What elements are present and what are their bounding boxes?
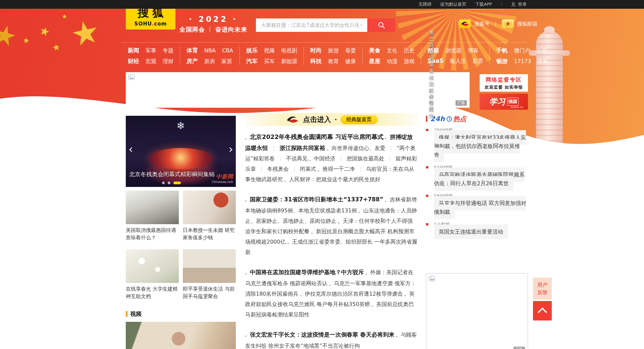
hotspot-item-title[interactable]: 马克龙与拜登通电话 双方同意加强对俄制裁: [434, 196, 526, 219]
nav-item[interactable]: NBA: [204, 47, 216, 54]
nav-item[interactable]: 动漫: [387, 58, 397, 65]
nav-item[interactable]: 新闻: [128, 47, 139, 54]
sidebar-ad-box[interactable]: 广告: [426, 273, 528, 349]
carousel[interactable]: ❄ 北京冬残奥会闭幕式精彩瞬间集锦 中新网 Chinanews.com ‹ ›: [126, 116, 236, 187]
entry-dot: ·: [334, 115, 337, 123]
nav-item[interactable]: 新房: [204, 58, 215, 65]
nav-item[interactable]: 母婴: [345, 47, 356, 54]
sohu-account-link[interactable]: 搜狐号: [459, 19, 489, 28]
news-lead[interactable]: 国家卫健委：31省区市昨日新增本土“1337+788”: [245, 196, 383, 203]
carousel-next-button[interactable]: ›: [226, 143, 235, 155]
story-card-image-winter-troops: [126, 191, 179, 224]
news-line[interactable]: 人民财评：把就业这个最大的民生抓好: [284, 176, 380, 183]
carousel-dots: [126, 182, 217, 184]
fox-icon: [459, 19, 471, 28]
user-feedback-button[interactable]: 用户 反馈: [533, 278, 552, 300]
video-thumbnail[interactable]: [126, 322, 236, 349]
two-sessions-slogan[interactable]: · 2022 · 全国两会丨奋进向未来: [173, 15, 254, 34]
hotspot-hot-label: 热点: [453, 114, 467, 123]
hotspot-item-title[interactable]: 英国女王连续退出重要活动: [434, 225, 508, 239]
nav-item[interactable]: 军事: [146, 47, 156, 54]
carousel-dot[interactable]: [162, 182, 165, 184]
nav-item[interactable]: 娱乐: [246, 47, 258, 54]
carousel-dot-active[interactable]: [173, 182, 181, 184]
ad-label: 广告: [514, 347, 525, 349]
nav-item[interactable]: 教育: [328, 58, 339, 65]
xuexi-qiangguo-banner[interactable]: 学习 强国 xuexi.cn: [480, 94, 528, 110]
nav-item[interactable]: 彩票: [472, 58, 483, 65]
nav-item[interactable]: 视频: [264, 47, 275, 54]
nav-item[interactable]: 微门户: [514, 47, 530, 54]
nav-item[interactable]: 家居: [221, 58, 232, 65]
entry-text: 点击进入: [303, 115, 331, 124]
search-button[interactable]: [367, 18, 395, 32]
broken-image-icon: [429, 276, 435, 281]
carousel-dot[interactable]: [168, 182, 170, 184]
nav-item[interactable]: 健康: [345, 58, 356, 65]
nav-item[interactable]: 电视剧: [281, 47, 297, 54]
search-icon: [377, 21, 385, 29]
nav-item[interactable]: 新能源: [281, 58, 297, 65]
story-card-image-professor: [183, 191, 236, 224]
nav-item[interactable]: 宏观: [146, 58, 156, 65]
nav-item[interactable]: 17173: [514, 58, 531, 64]
nav-item[interactable]: 历史: [404, 47, 415, 54]
nav-item[interactable]: 买车: [264, 58, 275, 65]
login-link[interactable]: 登录: [511, 1, 527, 7]
classic-homepage-entry[interactable]: 点击进入 · 经典版首页: [245, 113, 417, 126]
nav-item[interactable]: 星座: [369, 57, 380, 65]
sohu-mail-link[interactable]: 搜狐邮箱: [502, 19, 537, 28]
story-card[interactable]: 郎平享受退休生活 与前国手马蕴雯聚会: [183, 249, 236, 300]
feedback-label: 用户: [533, 281, 552, 289]
set-default-homepage-link[interactable]: 设为默认首页: [440, 1, 466, 7]
nav-item[interactable]: 政务: [537, 58, 548, 65]
nav-item[interactable]: 专题: [163, 47, 173, 54]
back-to-top-button[interactable]: [533, 301, 552, 320]
nav-item[interactable]: 房产: [186, 57, 198, 65]
video-section-title[interactable]: 视频: [130, 310, 142, 318]
header-links-divider: |: [495, 21, 496, 27]
nav-item[interactable]: 汽车: [246, 57, 258, 65]
download-app-link[interactable]: 下载APP: [475, 1, 492, 7]
classic-homepage-button[interactable]: 经典版首页: [340, 115, 378, 124]
news-lead[interactable]: 张文宏发千字长文：这波疫情是一次倒春寒 春天必将到来: [245, 331, 394, 338]
nav-item[interactable]: 畅游: [496, 57, 507, 65]
news-group: 国家卫健委：31省区市昨日新增本土“1337+788” 吉林省新增本地确诊病例8…: [245, 193, 417, 257]
nav-item[interactable]: 输入法: [450, 58, 466, 65]
hotspot-item-title[interactable]: 乌高官称泽连斯基去基辅医院视频系伪造：同行人早在2月26日离世: [434, 167, 525, 191]
search-input[interactable]: [256, 18, 367, 32]
carousel-prev-button[interactable]: ‹: [126, 143, 135, 155]
nav-item[interactable]: 财经: [128, 57, 139, 65]
nav-item[interactable]: 时尚: [310, 47, 322, 54]
hotspot-column: 24h 热点 3小时前 奥巴马新冠病毒检测结果呈阳性 29分钟前 俄媒：澳大利亚…: [426, 115, 529, 236]
carousel-caption[interactable]: 北京冬残奥会闭幕式精彩瞬间集锦: [129, 170, 215, 178]
nav-item[interactable]: 美食: [369, 47, 380, 54]
story-card-image-family: [183, 249, 236, 283]
story-card[interactable]: 美国取消俄最惠国待遇意味着什么？: [126, 191, 179, 241]
nav-item[interactable]: 理财: [163, 58, 173, 65]
nav-item[interactable]: 博客: [468, 47, 479, 54]
hotspot-item-title[interactable]: 俄媒：澳大利亚宣布对33名俄商人实施制裁，包括切尔西老板阿布拉莫维奇: [434, 130, 526, 162]
nav-item[interactable]: 游戏: [404, 58, 415, 65]
nav-item[interactable]: 文化: [387, 47, 397, 54]
snowflake-decoration: ❄: [176, 120, 185, 132]
nav-item[interactable]: 体育: [186, 47, 198, 54]
nav-item[interactable]: 旅游: [328, 47, 339, 54]
news-headline[interactable]: 北京2022年冬残奥会圆满闭幕 习近平出席闭幕式: [245, 133, 383, 140]
fox-icon: [285, 116, 300, 123]
accessibility-link[interactable]: 无障碍: [418, 1, 431, 7]
network-supervision-box[interactable]: 网络监督专区 欢迎监督 如实举报: [480, 74, 528, 92]
login-label: 登录: [518, 1, 527, 7]
story-card[interactable]: 在线享春光 大学生建精神互助文档: [126, 249, 179, 300]
nav-item[interactable]: 浏览器: [445, 47, 462, 54]
nav-item[interactable]: CBA: [222, 47, 233, 54]
nav-item[interactable]: 千帆: [496, 47, 507, 54]
nav-item[interactable]: 公益: [536, 47, 547, 54]
news-lead[interactable]: 中国将在孟加拉国建导弹维护基地？中方驳斥: [245, 269, 364, 276]
story-card[interactable]: 日本教授一生未婚 研究家务值多少钱: [183, 191, 236, 241]
story-cards: 美国取消俄最惠国待遇意味着什么？ 日本教授一生未婚 研究家务值多少钱 在线享春光…: [126, 191, 236, 300]
nav-item[interactable]: 科技: [310, 57, 322, 65]
top-ad-banner[interactable]: 广告: [126, 72, 470, 108]
xuexi-word1: 学习: [489, 96, 505, 107]
news-line[interactable]: 伊拉克库尔德自治区首府遭12枚导弹袭击: [300, 291, 403, 297]
